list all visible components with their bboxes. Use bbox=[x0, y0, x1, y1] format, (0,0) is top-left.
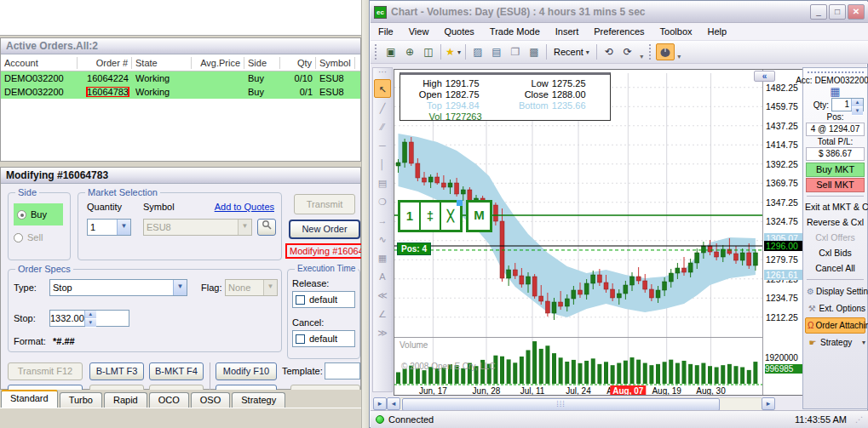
tab-rapid[interactable]: Rapid bbox=[104, 392, 147, 408]
menu-toolbox[interactable]: Toolbox bbox=[652, 24, 700, 39]
release-checkbox[interactable] bbox=[296, 295, 305, 305]
column-header-sym[interactable]: Symbol bbox=[316, 57, 355, 69]
note-tool[interactable]: ▤ bbox=[374, 173, 391, 191]
tab-standard[interactable]: Standard bbox=[1, 390, 58, 408]
cancel-checkbox[interactable] bbox=[296, 334, 305, 344]
action-reverse-cxl[interactable]: Reverse & Cxl bbox=[805, 215, 865, 230]
vertical-line-tool[interactable]: │ bbox=[374, 154, 391, 173]
tool-ext-options[interactable]: ⚒Ext. Options bbox=[805, 300, 865, 317]
menu-quotes[interactable]: Quotes bbox=[436, 24, 481, 39]
sell-radio-circle[interactable] bbox=[14, 233, 23, 243]
sell-mkt-button[interactable]: Sell MKT bbox=[806, 178, 865, 192]
minimize-button[interactable]: _ bbox=[810, 4, 827, 20]
column-header-avg[interactable]: Avg.Price bbox=[192, 57, 244, 69]
tab-oco[interactable]: OCO bbox=[149, 392, 189, 408]
menu-preferences[interactable]: Preferences bbox=[586, 24, 652, 39]
sidebar-grip[interactable] bbox=[808, 71, 864, 73]
scroll-left-icon[interactable]: ◂ bbox=[387, 397, 400, 410]
column-header-ord[interactable]: Order # bbox=[78, 57, 132, 69]
menu-help[interactable]: Help bbox=[700, 24, 735, 39]
angle-tool[interactable]: ∠ bbox=[374, 304, 391, 322]
order-drag-handle-icon[interactable]: ‡ bbox=[421, 203, 440, 229]
add-to-quotes-link[interactable]: Add to Quotes bbox=[215, 202, 274, 212]
buy-radio-circle[interactable] bbox=[17, 210, 26, 220]
menu-file[interactable]: File bbox=[371, 24, 401, 39]
vertical-scrollbar[interactable] bbox=[361, 0, 369, 428]
buy-radio[interactable]: Buy bbox=[14, 203, 63, 225]
widget-resize-handle[interactable] bbox=[457, 200, 463, 206]
release-time-box[interactable]: default bbox=[292, 291, 355, 308]
scroll-right-icon[interactable]: ▸ bbox=[762, 397, 775, 410]
nav-back-icon[interactable]: ⟲ bbox=[600, 43, 618, 60]
flag-combo-arrow-icon[interactable]: ▼ bbox=[263, 280, 277, 295]
sell-radio[interactable]: Sell bbox=[14, 232, 43, 243]
action-exit-at-mkt-cxl[interactable]: Exit at MKT & Cxl bbox=[805, 200, 865, 214]
nav-forward-icon[interactable]: ⟳ bbox=[618, 43, 637, 60]
maximize-button[interactable]: □ bbox=[829, 4, 846, 20]
stop-price-input[interactable]: 1332.00 ▲▼ bbox=[49, 310, 129, 327]
tab-strategy[interactable]: Strategy bbox=[232, 392, 285, 408]
trendline-tool[interactable]: ╱ bbox=[374, 98, 391, 117]
transmit-button[interactable]: Transmit bbox=[294, 194, 355, 214]
arrow-tool[interactable]: → bbox=[374, 210, 391, 229]
spinner-up-icon[interactable]: ▲ bbox=[852, 99, 863, 107]
mouse-mode-icon[interactable] bbox=[656, 43, 675, 60]
cancel-time-box[interactable]: default bbox=[292, 330, 355, 347]
order-attach-widget[interactable]: 1 ‡ ╳ M bbox=[398, 200, 492, 232]
column-header-side[interactable]: Side bbox=[244, 57, 280, 69]
scrollbar-track[interactable]: ⁞⁞⁞ bbox=[400, 397, 762, 410]
print-icon[interactable]: ▩ bbox=[525, 43, 543, 60]
fan-lines-tool[interactable]: ≪ bbox=[374, 285, 391, 304]
menu-view[interactable]: View bbox=[401, 24, 437, 39]
action-cxl-bids[interactable]: Cxl Bids bbox=[805, 246, 865, 260]
symbol-combo[interactable]: ESU8 ▼ bbox=[143, 219, 252, 236]
account-selector[interactable]: Acc: DEMO032200▾ bbox=[805, 76, 865, 85]
grid-tool[interactable]: ▦ bbox=[374, 248, 391, 266]
cursor-tool[interactable]: ↖ bbox=[374, 79, 391, 98]
buy-mkt-button[interactable]: Buy MKT bbox=[806, 163, 865, 177]
tab-turbo[interactable]: Turbo bbox=[60, 392, 102, 408]
template-input[interactable] bbox=[325, 362, 360, 379]
calculator-button[interactable]: ▦ bbox=[805, 86, 865, 97]
order-row[interactable]: DEMO03220016064224WorkingBuy0/10ESU8 bbox=[1, 71, 360, 85]
curve-tool[interactable]: ∿ bbox=[374, 229, 391, 248]
tool-display-settings[interactable]: ⚙Display Settings bbox=[805, 283, 865, 300]
column-header-acct[interactable]: Account bbox=[1, 57, 78, 69]
parallel-lines-tool[interactable]: ⁄⁄ bbox=[374, 117, 391, 135]
spinner-down-icon[interactable]: ▼ bbox=[85, 319, 96, 328]
menu-insert[interactable]: Insert bbox=[548, 24, 587, 39]
horizontal-scrollbar[interactable]: ▸ ◂ ⁞⁞⁞ ▸ bbox=[373, 397, 775, 410]
symbol-combo-arrow-icon[interactable]: ▼ bbox=[238, 220, 251, 235]
quantity-combo-arrow-icon[interactable]: ▼ bbox=[117, 220, 130, 235]
text-label-tool[interactable]: A bbox=[374, 266, 391, 285]
tab-oso[interactable]: OSO bbox=[191, 392, 230, 408]
add-time-chart-icon[interactable]: ⊕ bbox=[400, 43, 419, 60]
blmt-f3-button[interactable]: B-LMT F3 bbox=[89, 362, 144, 380]
quantity-combo[interactable]: 1 ▼ bbox=[87, 219, 131, 236]
image-icon[interactable]: ▨ bbox=[468, 43, 487, 60]
new-window-icon[interactable]: ▣ bbox=[382, 43, 400, 60]
menu-trade-mode[interactable]: Trade Mode bbox=[482, 24, 548, 39]
sidebar-collapse-button[interactable]: « bbox=[754, 71, 775, 82]
column-header-state[interactable]: State bbox=[132, 57, 192, 69]
spinner-down-icon[interactable]: ▼ bbox=[852, 107, 863, 116]
pane-expand-button[interactable]: ▸ bbox=[373, 397, 387, 410]
order-cancel-icon[interactable]: ╳ bbox=[441, 203, 460, 229]
callout-tool[interactable]: ❍ bbox=[374, 191, 391, 210]
tool-order-attaching[interactable]: ΩOrder Attaching bbox=[805, 317, 865, 334]
toolbar-overflow-icon[interactable]: ▾ bbox=[637, 43, 647, 60]
horizontal-line-tool[interactable]: ─ bbox=[374, 135, 391, 154]
order-type-combo-arrow-icon[interactable]: ▼ bbox=[173, 280, 187, 295]
tool-strategy[interactable]: ☛Strategy▾ bbox=[805, 334, 865, 351]
multi-fan-tool[interactable]: ≫ bbox=[374, 322, 391, 341]
copy-icon[interactable]: ❐ bbox=[506, 43, 525, 60]
recent-dropdown[interactable]: Recent▾ bbox=[549, 46, 594, 58]
order-row[interactable]: DEMO03220016064783WorkingBuy0/1ESU8 bbox=[1, 85, 360, 99]
action-cancel-all[interactable]: Cancel All bbox=[805, 261, 865, 276]
toolbar-overflow-icon-2[interactable]: ▾ bbox=[675, 43, 684, 60]
chart-title-bar[interactable]: ec Chart - Volumes: Day (ESU8) : 4 hours… bbox=[371, 2, 868, 23]
order-type-combo[interactable]: Stop ▼ bbox=[49, 279, 187, 296]
transmit-f12-button[interactable]: Transmit F12 bbox=[8, 362, 83, 380]
add-chart-icon[interactable]: ◫ bbox=[419, 43, 438, 60]
sidebar-qty-input[interactable]: 1▲▼ bbox=[831, 98, 864, 111]
